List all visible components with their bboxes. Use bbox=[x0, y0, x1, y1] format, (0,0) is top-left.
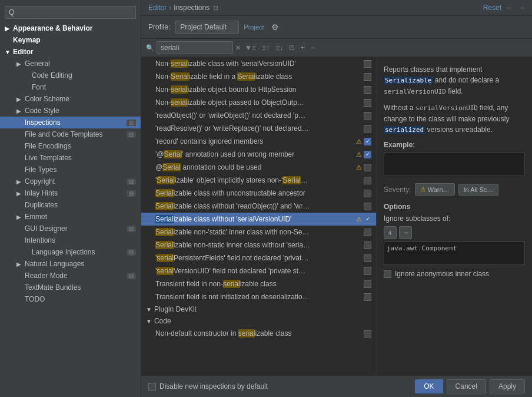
sidebar-item-todo[interactable]: TODO bbox=[0, 293, 141, 305]
bottom-buttons: OK Cancel Apply bbox=[415, 379, 525, 393]
sidebar-item-code-editing[interactable]: Code Editing bbox=[0, 70, 141, 81]
table-row[interactable]: Non-serializable object bound to HttpSes… bbox=[141, 83, 376, 96]
arrow-icon: ▶ bbox=[16, 96, 22, 102]
row-icons bbox=[364, 112, 371, 120]
checkbox[interactable] bbox=[364, 330, 371, 338]
expand-all-button[interactable]: ≡↑ bbox=[260, 42, 271, 53]
profile-select[interactable]: Project Default bbox=[175, 21, 239, 34]
add-filter-button[interactable]: + bbox=[299, 42, 307, 53]
table-row[interactable]: 'readObject()' or 'writeObject()' not de… bbox=[141, 109, 376, 122]
table-row[interactable]: Non-serializable object passed to Object… bbox=[141, 96, 376, 109]
apply-button[interactable]: Apply bbox=[490, 379, 525, 393]
table-row[interactable]: 'Serializable' object implicitly stores … bbox=[141, 174, 376, 187]
sidebar-item-editor[interactable]: ▼ Editor bbox=[0, 46, 141, 58]
remove-filter-button[interactable]: − bbox=[309, 42, 317, 53]
checkbox[interactable] bbox=[364, 164, 371, 171]
checkbox[interactable] bbox=[364, 125, 371, 133]
sidebar-item-emmet[interactable]: ▶ Emmet bbox=[0, 211, 141, 223]
table-row[interactable]: Non-default constructor in serializable … bbox=[141, 327, 376, 340]
sidebar-item-natural-languages[interactable]: ▶ Natural Languages bbox=[0, 258, 141, 270]
reset-button[interactable]: Reset bbox=[483, 4, 501, 12]
table-row[interactable]: 'record' contains ignored members ⚠ bbox=[141, 135, 376, 148]
filter-dropdown-button[interactable]: ▼≡ bbox=[243, 42, 258, 53]
sidebar-item-code-style[interactable]: ▶ Code Style bbox=[0, 105, 141, 117]
sidebar-item-keymap[interactable]: Keymap bbox=[0, 34, 141, 46]
checkbox[interactable] bbox=[364, 99, 371, 107]
table-row[interactable]: 'serialVersionUID' field not declared 'p… bbox=[141, 264, 376, 277]
sidebar-search-input[interactable] bbox=[5, 6, 136, 19]
checkbox[interactable] bbox=[364, 86, 371, 94]
sidebar-item-color-scheme[interactable]: ▶ Color Scheme bbox=[0, 93, 141, 105]
sidebar-item-intentions[interactable]: Intentions bbox=[0, 234, 141, 246]
badge-icon: ⊟ bbox=[127, 190, 136, 197]
sidebar-item-live-templates[interactable]: Live Templates bbox=[0, 152, 141, 164]
checkbox[interactable] bbox=[364, 203, 371, 210]
sidebar-item-label: File Encodings bbox=[25, 142, 71, 150]
disable-check-row: Disable new inspections by default bbox=[148, 382, 268, 391]
cancel-button[interactable]: Cancel bbox=[447, 379, 486, 393]
table-row[interactable]: 'serialPersistentFields' field not decla… bbox=[141, 252, 376, 264]
sidebar-item-font[interactable]: Font bbox=[0, 81, 141, 93]
checkbox[interactable] bbox=[364, 267, 371, 275]
checkbox[interactable] bbox=[364, 241, 371, 249]
table-row[interactable]: Serializable class without 'serialVersio… bbox=[141, 213, 376, 226]
table-row[interactable]: '@Serial' annotation used on wrong membe… bbox=[141, 148, 376, 161]
checkbox[interactable] bbox=[364, 216, 371, 223]
inspection-text: Non-Serializable field in a Serializable… bbox=[155, 72, 361, 81]
table-row[interactable]: Transient field is not initialized on de… bbox=[141, 290, 376, 303]
sidebar-item-file-encodings[interactable]: File Encodings bbox=[0, 140, 141, 152]
sidebar-item-file-types[interactable]: File Types bbox=[0, 164, 141, 176]
row-icons bbox=[364, 293, 371, 301]
ok-button[interactable]: OK bbox=[415, 379, 443, 393]
checkbox[interactable] bbox=[364, 280, 371, 288]
sidebar-item-file-code-templates[interactable]: File and Code Templates ⊟ bbox=[0, 128, 141, 140]
sidebar-item-language-injections[interactable]: Language Injections ⊟ bbox=[0, 246, 141, 258]
checkbox[interactable] bbox=[364, 151, 371, 158]
table-row[interactable]: Transient field in non-serializable clas… bbox=[141, 277, 376, 290]
gear-button[interactable]: ⚙ bbox=[269, 21, 281, 33]
table-row[interactable]: Non-Serializable field in a Serializable… bbox=[141, 70, 376, 83]
sidebar-item-inspections[interactable]: Inspections ⊟ bbox=[0, 117, 141, 128]
table-row[interactable]: 'readResolve()' or 'writeReplace()' not … bbox=[141, 122, 376, 135]
table-row[interactable]: Serializable non-'static' inner class wi… bbox=[141, 226, 376, 239]
breadcrumb-editor[interactable]: Editor bbox=[148, 4, 167, 12]
checkbox[interactable] bbox=[364, 60, 371, 68]
checkbox[interactable] bbox=[364, 190, 371, 197]
collapse-all-button[interactable]: ≡↓ bbox=[274, 42, 285, 53]
checkbox[interactable] bbox=[364, 254, 371, 262]
sidebar-item-appearance[interactable]: ▶ Appearance & Behavior bbox=[0, 22, 141, 34]
clear-search-button[interactable]: ✕ bbox=[235, 44, 241, 52]
inspection-search-input[interactable] bbox=[157, 41, 233, 54]
sidebar-item-reader-mode[interactable]: Reader Mode ⊟ bbox=[0, 270, 141, 282]
remove-class-button[interactable]: − bbox=[399, 226, 412, 239]
class-entry: java.awt.Component bbox=[387, 244, 457, 252]
anon-checkbox[interactable] bbox=[384, 270, 391, 278]
table-row[interactable]: Serializable class with unconstructable … bbox=[141, 187, 376, 200]
scope-button[interactable]: In All Sc… bbox=[458, 184, 499, 196]
forward-button[interactable]: → bbox=[518, 4, 525, 12]
sidebar-item-duplicates[interactable]: Duplicates bbox=[0, 199, 141, 211]
checkbox[interactable] bbox=[364, 112, 371, 120]
table-row[interactable]: Non-serializable class with 'serialVersi… bbox=[141, 57, 376, 70]
sidebar-item-gui-designer[interactable]: GUI Designer ⊟ bbox=[0, 223, 141, 234]
disable-checkbox[interactable] bbox=[148, 383, 156, 391]
sidebar-item-inlay-hints[interactable]: ▶ Inlay Hints ⊟ bbox=[0, 187, 141, 199]
severity-button[interactable]: ⚠ Warn… bbox=[415, 183, 455, 196]
inspection-group-code[interactable]: ▼ Code bbox=[141, 315, 376, 327]
inspection-text: Transient field is not initialized on de… bbox=[155, 293, 361, 301]
checkbox[interactable] bbox=[364, 138, 371, 145]
back-button[interactable]: ← bbox=[506, 4, 513, 12]
add-class-button[interactable]: + bbox=[384, 226, 397, 239]
inspection-group-plugin-devkit[interactable]: ▼ Plugin DevKit bbox=[141, 303, 376, 315]
table-row[interactable]: Serializable non-static inner class with… bbox=[141, 239, 376, 252]
group-button[interactable]: ⊟ bbox=[287, 42, 297, 53]
checkbox[interactable] bbox=[364, 177, 371, 184]
table-row[interactable]: @Serial annotation could be used ⚠ bbox=[141, 161, 376, 174]
sidebar-item-textmate-bundles[interactable]: TextMate Bundles bbox=[0, 282, 141, 293]
checkbox[interactable] bbox=[364, 293, 371, 301]
checkbox[interactable] bbox=[364, 73, 371, 81]
sidebar-item-general[interactable]: ▶ General bbox=[0, 58, 141, 70]
table-row[interactable]: Serializable class without 'readObject()… bbox=[141, 200, 376, 213]
sidebar-item-copyright[interactable]: ▶ Copyright ⊟ bbox=[0, 176, 141, 187]
checkbox[interactable] bbox=[364, 229, 371, 236]
